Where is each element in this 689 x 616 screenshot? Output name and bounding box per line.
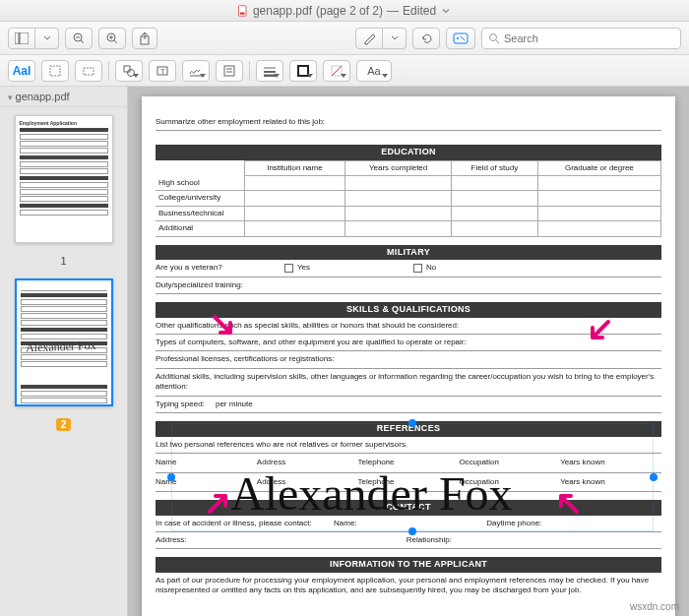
thumb1-title: Employment Application bbox=[20, 120, 108, 126]
resize-handle-left[interactable] bbox=[167, 473, 175, 481]
search-input[interactable] bbox=[504, 32, 674, 44]
rotate-button[interactable] bbox=[412, 28, 440, 49]
svg-rect-29 bbox=[298, 66, 308, 76]
titlebar-pageinfo: (page 2 of 2) bbox=[316, 4, 383, 18]
svg-line-15 bbox=[496, 40, 499, 43]
svg-line-6 bbox=[81, 40, 84, 43]
info-header: INFORMATION TO THE APPLICANT bbox=[156, 557, 661, 573]
duty-label: Duty/specialized training: bbox=[156, 280, 243, 290]
resize-handle-right[interactable] bbox=[650, 473, 658, 481]
sign-tool-button[interactable] bbox=[182, 60, 210, 82]
selection-tool-button[interactable] bbox=[41, 60, 69, 82]
svg-rect-18 bbox=[124, 66, 130, 72]
callout-arrow-icon bbox=[206, 488, 233, 516]
titlebar-status: Edited bbox=[403, 4, 436, 18]
skills-q3: Professional licenses, certifications or… bbox=[156, 351, 661, 368]
svg-text:T: T bbox=[160, 67, 165, 76]
veteran-no-checkbox[interactable] bbox=[413, 264, 422, 273]
skills-q4: Additional skills, including supervision… bbox=[156, 369, 661, 397]
callout-arrow-icon bbox=[553, 488, 581, 516]
fill-color-button[interactable] bbox=[323, 60, 350, 82]
titlebar-filename: genapp.pdf bbox=[253, 4, 312, 18]
info-text: As part of our procedure for processing … bbox=[156, 573, 661, 599]
svg-rect-16 bbox=[50, 66, 60, 76]
signature-annotation[interactable]: Alexander Fox bbox=[171, 423, 654, 531]
thumb-2-badge: 2 bbox=[56, 418, 72, 431]
summary-field: Summarize other employment related to th… bbox=[156, 114, 661, 131]
signature-text[interactable]: Alexander Fox bbox=[230, 470, 513, 518]
svg-rect-23 bbox=[224, 66, 234, 76]
education-table: Institution name Years completed Field o… bbox=[156, 160, 661, 236]
border-color-button[interactable] bbox=[289, 60, 317, 82]
toolbar-markup: AaI T Aa bbox=[0, 55, 689, 87]
page-thumbnail-2[interactable]: Alexander Fox bbox=[15, 278, 113, 406]
thumb-1-label: 1 bbox=[60, 255, 66, 267]
resize-handle-top[interactable] bbox=[408, 419, 416, 427]
window-titlebar: genapp.pdf (page 2 of 2) — Edited bbox=[0, 0, 689, 22]
shapes-tool-button[interactable] bbox=[115, 60, 143, 82]
note-tool-button[interactable] bbox=[216, 60, 243, 82]
svg-point-13 bbox=[457, 37, 459, 39]
document-viewer[interactable]: Summarize other employment related to th… bbox=[128, 87, 689, 616]
military-header: MILITARY bbox=[156, 245, 661, 261]
education-header: EDUCATION bbox=[156, 145, 661, 160]
callout-arrow-icon bbox=[211, 313, 238, 340]
thumbnail-sidebar: genapp.pdf Employment Application 1 Alex… bbox=[0, 87, 128, 616]
pdf-doc-icon bbox=[237, 5, 249, 17]
view-dropdown[interactable] bbox=[35, 28, 59, 49]
svg-rect-1 bbox=[240, 12, 245, 14]
lasso-tool-button[interactable] bbox=[75, 60, 102, 82]
callout-arrow-icon bbox=[585, 318, 612, 345]
sidebar-tab[interactable]: genapp.pdf bbox=[0, 87, 127, 107]
search-icon bbox=[488, 32, 500, 44]
search-field[interactable] bbox=[481, 28, 681, 49]
watermark: wsxdn.com bbox=[630, 601, 679, 612]
svg-rect-17 bbox=[84, 68, 94, 75]
svg-rect-12 bbox=[454, 33, 468, 43]
markup-toolbar-button[interactable] bbox=[446, 28, 475, 49]
titlebar-dash: — bbox=[387, 4, 399, 18]
svg-line-10 bbox=[114, 40, 117, 43]
chevron-down-icon[interactable] bbox=[440, 5, 452, 17]
textbox-tool-button[interactable]: T bbox=[149, 60, 176, 82]
resize-handle-bottom[interactable] bbox=[408, 527, 416, 535]
text-style-button[interactable]: Aa bbox=[356, 60, 392, 82]
page-thumbnail-1[interactable]: Employment Application bbox=[15, 115, 113, 243]
svg-point-14 bbox=[490, 33, 497, 40]
pdf-page: Summarize other employment related to th… bbox=[142, 96, 675, 616]
zoom-out-button[interactable] bbox=[65, 28, 93, 49]
border-style-button[interactable] bbox=[256, 60, 283, 82]
typing-label: Typing speed: bbox=[156, 400, 205, 408]
share-button[interactable] bbox=[132, 28, 157, 49]
zoom-in-button[interactable] bbox=[98, 28, 126, 49]
svg-rect-2 bbox=[15, 32, 19, 44]
veteran-label: Are you a veteran? bbox=[156, 263, 275, 273]
highlight-dropdown[interactable] bbox=[383, 28, 407, 49]
svg-point-19 bbox=[128, 69, 135, 76]
toolbar-primary bbox=[0, 22, 689, 55]
text-tool-button[interactable]: AaI bbox=[8, 60, 35, 82]
veteran-yes-checkbox[interactable] bbox=[284, 264, 293, 273]
view-mode-button[interactable] bbox=[8, 28, 35, 49]
svg-rect-3 bbox=[20, 32, 29, 44]
highlight-button[interactable] bbox=[355, 28, 383, 49]
wpm-label: per minute bbox=[216, 400, 253, 408]
